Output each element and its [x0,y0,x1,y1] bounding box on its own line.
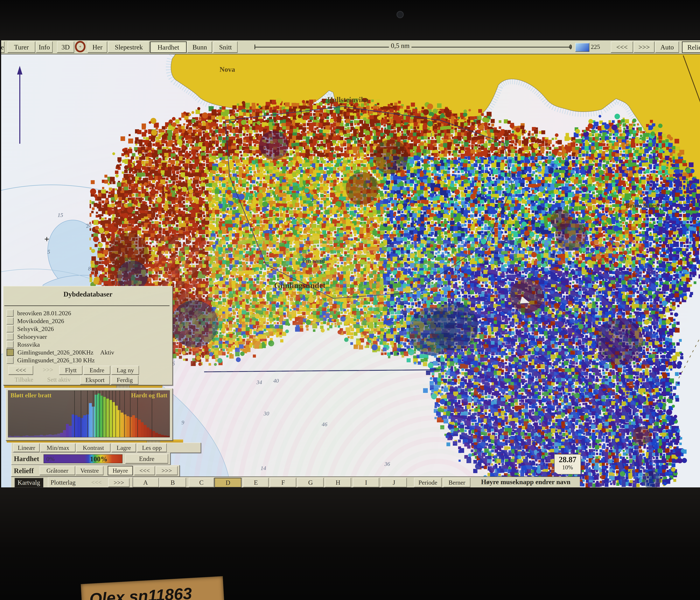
periode-button[interactable]: Periode [414,478,442,487]
toolbar-button-prev[interactable]: <<< [611,42,633,53]
layer-button-j[interactable]: J [381,478,407,487]
histogram-bar [77,417,80,437]
toolbar-button-hardhet[interactable]: Hardhet [150,42,186,53]
layer-button-e[interactable]: E [243,478,269,487]
histogram-bar [14,436,17,437]
histogram-divider [124,391,125,437]
db-item[interactable]: Selsoeyvaer [6,333,47,340]
toolbar-button-auto[interactable]: Auto [655,42,679,53]
histogram-bar [164,435,167,437]
toolbar-button-bunn[interactable]: Bunn [187,42,212,53]
hardness-gradient-slider[interactable]: 0% 100% [44,454,123,463]
toolbar-button-snitt[interactable]: Snitt [214,42,238,53]
depth-sounding: 27 [194,336,200,343]
db-next-button[interactable]: >>> [38,366,58,374]
db-item[interactable]: Selsyvik_2026 [6,325,54,333]
db-prev-button[interactable]: <<< [8,366,33,375]
histogram-bar [25,435,28,437]
toolbar-button-cut[interactable]: e [1,42,4,53]
scale-bar [254,47,571,47]
venstre-button[interactable]: Venstre [76,466,103,475]
histogram-divider [116,391,116,437]
db-settaktiv-button[interactable]: Sett aktiv [44,376,74,384]
histogram-bar [109,400,112,437]
db-item[interactable]: Gimlingsundet_2026_130 KHz [6,357,95,364]
histogram-bar [138,419,141,437]
db-ferdig-button[interactable]: Ferdig [111,376,139,384]
toolbar-button-her[interactable]: Her [88,42,107,53]
db-item-active[interactable]: Gimlingsundet_2026_200KHzAktiv [6,349,114,356]
toolbar-button-slepestrek[interactable]: Slepestrek [108,42,150,53]
histogram-bar [141,422,144,437]
graatoner-button[interactable]: Gråtoner [40,466,75,475]
db-endre-button[interactable]: Endre [83,366,110,375]
target-circle-icon: + [75,41,85,52]
layer-button-d[interactable]: D [214,478,242,487]
histogram-divider [103,391,103,437]
layer-button-c[interactable]: C [189,478,214,487]
db-panel-title: Dybdedatabaser [3,290,172,298]
layer-button-g[interactable]: G [297,478,324,487]
waypoint-icon[interactable]: ✳ [691,257,696,264]
toolbar-button-turer[interactable]: Turer [7,42,35,53]
histogram-bar [37,435,40,437]
kontrast-button[interactable]: Kontrast [76,443,110,452]
depth-sounding: 2 [476,115,478,122]
plotterlag-label: Plotterlag [51,478,76,486]
db-flytt-button[interactable]: Flytt [59,366,82,375]
minmax-button[interactable]: Min/max [41,443,75,452]
layer-button-a[interactable]: A [132,478,159,487]
histogram-bar [63,430,66,437]
db-item[interactable]: Rossvika [6,341,40,348]
histogram-bar [118,410,121,437]
layer-button-i[interactable]: I [353,478,379,487]
relieff-prev-button[interactable]: <<< [134,466,155,475]
histogram-divider [74,391,75,437]
depth-sounding: 8 [88,265,91,272]
bottom-bar: Kartvalg Plotterlag <<< >>> A B C D E F … [11,477,580,487]
layer-button-f[interactable]: F [270,478,296,487]
toolbar-button-next[interactable]: >>> [634,42,654,53]
webcam [397,11,404,18]
db-tilbake-button[interactable]: Tilbake [10,376,38,384]
top-toolbar: e Turer Info 3D + Her Slepestrek Hardhet… [1,40,700,54]
toolbar-target-button[interactable]: + [75,42,85,52]
lagre-button[interactable]: Lagre [111,443,136,452]
kartvalg-button[interactable]: Kartvalg [15,478,43,487]
checkbox-icon[interactable] [6,310,14,317]
histogram-bar [89,403,92,437]
plotterlag-next-button[interactable]: >>> [108,478,129,487]
layer-button-h[interactable]: H [325,478,351,487]
histogram-bar [11,436,14,437]
histogram-bar [106,399,109,437]
db-eksport-button[interactable]: Eksport [80,376,110,384]
relieff-row: Relieff Gråtoner Venstre Høyre <<< >>> [11,465,180,477]
hardhet-endre-button[interactable]: Endre [125,454,168,463]
checkbox-checked-icon[interactable] [6,349,14,356]
relieff-next-button[interactable]: >>> [156,466,178,475]
histogram-bar [60,433,63,437]
toolbar-button-relieff[interactable]: Relieff [682,42,700,53]
histogram-bar [132,415,135,437]
checkbox-icon[interactable] [6,341,14,348]
checkbox-icon[interactable] [6,357,14,364]
db-item[interactable]: Movikodden_2026 [6,317,64,325]
lineaer-button[interactable]: Lineær [13,443,40,452]
db-lagny-button[interactable]: Lag ny [111,366,139,375]
checkbox-icon[interactable] [6,325,14,332]
depth-color-swatch[interactable] [575,43,590,52]
histogram-bar [69,426,72,437]
lesopp-button[interactable]: Les opp [137,443,167,452]
toolbar-button-info[interactable]: Info [36,42,53,53]
hoyre-button[interactable]: Høyre [108,466,133,475]
checkbox-icon[interactable] [6,333,14,340]
db-item[interactable]: breoviken 28.01.2026 [6,310,71,317]
current-arrow [19,66,21,144]
checkbox-icon[interactable] [6,317,14,325]
scale-label: 0,5 nm [389,42,411,49]
toolbar-button-3d[interactable]: 3D [57,42,74,53]
plotterlag-prev-button[interactable]: <<< [89,479,104,486]
berner-button[interactable]: Berner [443,478,470,487]
place-label-hallsteinvika: Hallsteinvika [327,96,369,104]
layer-button-b[interactable]: B [159,478,186,487]
